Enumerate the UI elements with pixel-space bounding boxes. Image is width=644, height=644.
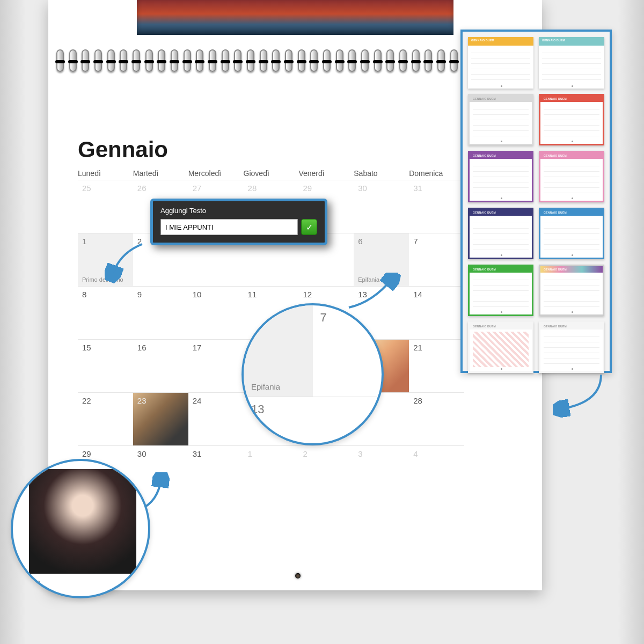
style-thumbnail[interactable]: GENNAIO DUEM bbox=[539, 208, 604, 259]
popup-title: Aggiungi Testo bbox=[160, 207, 317, 215]
calendar-cell[interactable]: 24 bbox=[188, 393, 244, 445]
style-thumbnail[interactable]: GENNAIO DUEM bbox=[539, 94, 604, 145]
calendar-cell[interactable]: 4 bbox=[409, 446, 464, 499]
calendar-cell[interactable]: 8 bbox=[78, 287, 133, 339]
calendar-cell[interactable]: 15 bbox=[78, 340, 133, 392]
thumb-month-label: GENNAIO DUEM bbox=[473, 268, 496, 271]
add-text-popup: Aggiungi Testo ✓ bbox=[150, 199, 327, 245]
thumb-month-label: GENNAIO DUEM bbox=[544, 211, 567, 214]
style-thumbnail[interactable]: GENNAIO DUEM bbox=[539, 151, 604, 202]
day-header: Venerdì bbox=[298, 169, 354, 178]
month-title: Gennaio bbox=[78, 137, 168, 163]
style-thumbnail[interactable]: GENNAIO DUEM bbox=[468, 151, 533, 202]
punch-hole bbox=[295, 573, 301, 579]
calendar-cell[interactable]: 22 bbox=[78, 393, 133, 445]
calendar-cell[interactable]: 23 bbox=[133, 393, 188, 445]
day-header: Sabato bbox=[354, 169, 409, 178]
header-photo bbox=[137, 0, 453, 35]
arrow-icon bbox=[553, 370, 617, 419]
calendar-cell[interactable]: 28 bbox=[409, 393, 464, 445]
style-thumbnail[interactable]: GENNAIO DUEM bbox=[539, 265, 604, 316]
day-header: Domenica bbox=[409, 169, 464, 178]
style-thumbnail[interactable]: GENNAIO DUEM bbox=[468, 37, 533, 89]
calendar-cell[interactable]: 3 bbox=[354, 446, 409, 499]
calendar-cell[interactable]: 21 bbox=[409, 340, 464, 392]
day-header-row: LunedìMartedìMercoledìGiovedìVenerdìSaba… bbox=[78, 169, 464, 180]
style-picker-panel: GENNAIO DUEMGENNAIO DUEMGENNAIO DUEMGENN… bbox=[460, 30, 612, 373]
thumb-month-label: GENNAIO DUEM bbox=[471, 39, 494, 42]
thumb-month-label: GENNAIO DUEM bbox=[473, 325, 496, 328]
arrow-icon bbox=[343, 273, 402, 316]
day-header: Giovedì bbox=[244, 169, 299, 178]
calendar-cell[interactable]: 9 bbox=[133, 287, 188, 339]
style-thumbnail[interactable]: GENNAIO DUEM bbox=[468, 265, 533, 316]
thumb-month-label: GENNAIO DUEM bbox=[544, 325, 567, 328]
calendar-cell[interactable]: 25 bbox=[78, 180, 133, 233]
note-input[interactable] bbox=[160, 219, 298, 235]
calendar-cell[interactable]: 2 bbox=[298, 446, 354, 499]
calendar-cell[interactable]: 31 bbox=[188, 446, 244, 499]
day-header: Lunedì bbox=[78, 169, 133, 178]
calendar-cell[interactable]: 31 bbox=[409, 180, 464, 233]
style-thumbnail[interactable]: GENNAIO DUEM bbox=[539, 321, 604, 373]
calendar-cell[interactable]: 16 bbox=[133, 340, 188, 392]
calendar-cell[interactable]: 1 bbox=[244, 446, 299, 499]
thumb-month-label: GENNAIO DUEM bbox=[544, 268, 567, 271]
thumb-month-label: GENNAIO DUEM bbox=[473, 154, 496, 157]
style-thumbnail[interactable]: GENNAIO DUEM bbox=[468, 321, 533, 373]
calendar-cell[interactable]: 17 bbox=[188, 340, 244, 392]
zoom-holiday-label: Epifania bbox=[251, 382, 280, 391]
calendar-cell[interactable]: 14 bbox=[409, 287, 464, 339]
confirm-button[interactable]: ✓ bbox=[301, 219, 317, 235]
thumb-month-label: GENNAIO DUEM bbox=[542, 39, 565, 42]
zoom-photo bbox=[29, 469, 136, 574]
day-zoom-callout: 6 Epifania 7 13 bbox=[241, 303, 384, 445]
arrow-icon bbox=[105, 239, 153, 287]
calendar-cell[interactable]: 7 bbox=[409, 233, 464, 286]
thumb-month-label: GENNAIO DUEM bbox=[544, 97, 567, 100]
style-thumbnail[interactable]: GENNAIO DUEM bbox=[468, 94, 533, 145]
photo-zoom-callout: 23 30 bbox=[11, 459, 150, 598]
day-header: Mercoledì bbox=[188, 169, 244, 178]
calendar-cell[interactable]: 10 bbox=[188, 287, 244, 339]
thumb-month-label: GENNAIO DUEM bbox=[473, 97, 496, 100]
thumb-month-label: GENNAIO DUEM bbox=[544, 154, 567, 157]
thumb-month-label: GENNAIO DUEM bbox=[473, 211, 496, 214]
style-thumbnail[interactable]: GENNAIO DUEM bbox=[539, 37, 604, 89]
calendar-cell[interactable]: 30 bbox=[354, 180, 409, 233]
style-thumbnail[interactable]: GENNAIO DUEM bbox=[468, 208, 533, 259]
day-header: Martedì bbox=[133, 169, 188, 178]
